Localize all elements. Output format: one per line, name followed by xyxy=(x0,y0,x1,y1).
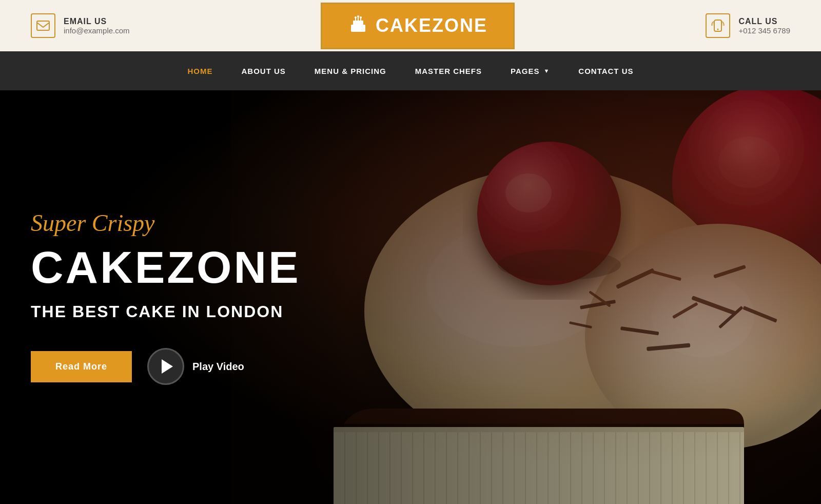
nav-list: HOME ABOUT US MENU & PRICING MASTER CHEF… xyxy=(173,51,648,90)
logo[interactable]: CAKEZONE xyxy=(321,3,515,49)
svg-rect-2 xyxy=(353,21,363,25)
hero-tagline: THE BEST CAKE IN LONDON xyxy=(31,302,301,321)
svg-point-6 xyxy=(355,16,357,18)
nav-item-about[interactable]: ABOUT US xyxy=(227,51,300,90)
svg-point-8 xyxy=(360,16,362,18)
nav-link-pages[interactable]: PAGES ▼ xyxy=(496,51,564,90)
hero-subtitle: Super Crispy xyxy=(31,209,301,237)
email-text: EMAIL US info@example.com xyxy=(64,17,130,35)
svg-point-10 xyxy=(717,29,719,30)
phone-text: CALL US +012 345 6789 xyxy=(738,17,790,35)
hero-title: CAKEZONE xyxy=(31,245,301,290)
nav-item-chefs[interactable]: MASTER CHEFS xyxy=(401,51,496,90)
svg-rect-1 xyxy=(351,25,365,32)
email-label: EMAIL US xyxy=(64,17,130,26)
logo-text: CAKEZONE xyxy=(376,15,487,36)
dropdown-arrow-icon: ▼ xyxy=(543,68,550,74)
play-video-label: Play Video xyxy=(192,361,244,373)
cake-icon xyxy=(348,13,368,38)
hero-actions: Read More Play Video xyxy=(31,348,301,385)
email-contact: EMAIL US info@example.com xyxy=(31,13,130,38)
hero-content: Super Crispy CAKEZONE THE BEST CAKE IN L… xyxy=(31,209,301,385)
nav-link-menu[interactable]: MENU & PRICING xyxy=(300,51,401,90)
nav-item-pages[interactable]: PAGES ▼ xyxy=(496,51,564,90)
top-bar: EMAIL US info@example.com CAKEZONE xyxy=(0,0,821,51)
nav-link-home[interactable]: HOME xyxy=(173,51,227,90)
nav-item-menu[interactable]: MENU & PRICING xyxy=(300,51,401,90)
nav-link-chefs[interactable]: MASTER CHEFS xyxy=(401,51,496,90)
phone-label: CALL US xyxy=(738,17,790,26)
nav-link-contact[interactable]: CONTACT US xyxy=(564,51,648,90)
phone-icon xyxy=(706,13,730,38)
play-video-button[interactable]: Play Video xyxy=(147,348,244,385)
svg-point-7 xyxy=(357,15,359,17)
hero-section: Super Crispy CAKEZONE THE BEST CAKE IN L… xyxy=(0,90,821,504)
read-more-button[interactable]: Read More xyxy=(31,351,132,382)
email-icon xyxy=(31,13,55,38)
nav-item-contact[interactable]: CONTACT US xyxy=(564,51,648,90)
nav-item-home[interactable]: HOME xyxy=(173,51,227,90)
phone-value: +012 345 6789 xyxy=(738,26,790,35)
email-value: info@example.com xyxy=(64,26,130,35)
nav-link-about[interactable]: ABOUT US xyxy=(227,51,300,90)
svg-rect-0 xyxy=(37,21,49,30)
play-icon xyxy=(147,348,184,385)
phone-contact: CALL US +012 345 6789 xyxy=(706,13,790,38)
navbar: HOME ABOUT US MENU & PRICING MASTER CHEF… xyxy=(0,51,821,90)
